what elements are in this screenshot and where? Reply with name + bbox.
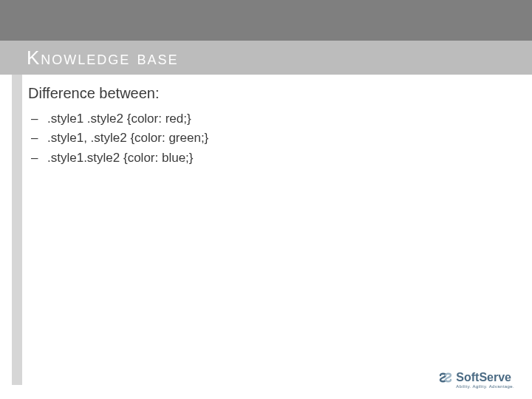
content-heading: Difference between: (28, 85, 501, 102)
bullet-list: .style1 .style2 {color: red;} .style1, .… (28, 109, 501, 168)
content-area: Difference between: .style1 .style2 {col… (28, 85, 501, 168)
logo-name: SoftServe (456, 372, 514, 383)
logo-text: SoftServe Ability. Agility. Advantage. (456, 372, 514, 389)
title-band: Knowledge base (0, 41, 532, 75)
list-item: .style1, .style2 {color: green;} (47, 129, 501, 148)
logo-mark-icon (438, 371, 453, 389)
side-strip (12, 75, 22, 385)
top-dark-band (0, 0, 532, 41)
brand-logo: SoftServe Ability. Agility. Advantage. (438, 371, 514, 389)
slide-title: Knowledge base (27, 47, 179, 69)
list-item: .style1.style2 {color: blue;} (47, 149, 501, 168)
logo-tagline: Ability. Agility. Advantage. (456, 384, 514, 389)
list-item: .style1 .style2 {color: red;} (47, 109, 501, 129)
